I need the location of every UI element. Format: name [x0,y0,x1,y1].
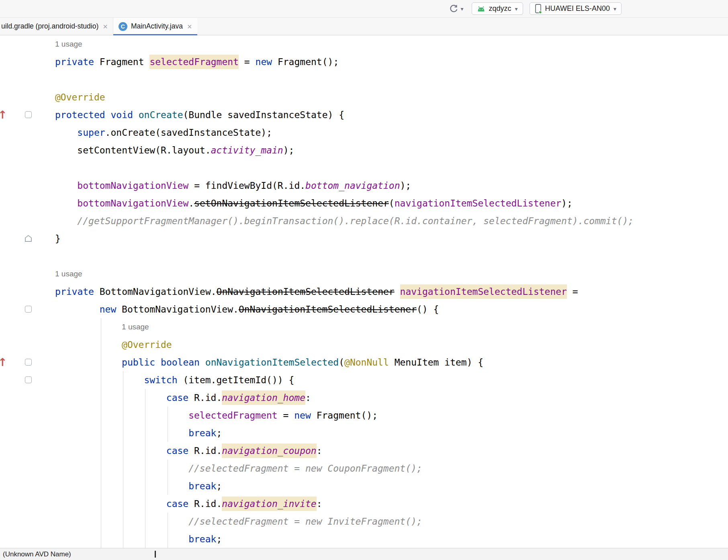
code-token: @NonNull [344,357,389,368]
code-token: selectedFragment [188,410,278,421]
code-token: break [188,428,216,438]
code-token: (Bundle savedInstanceState) { [183,110,345,120]
usage-hint[interactable]: 1 usage [55,35,82,53]
code-line[interactable]: selectedFragment = new Fragment(); [0,407,728,424]
code-line[interactable]: @Override [0,88,728,106]
code-line[interactable] [0,71,728,88]
code-token: ; [216,534,222,544]
code-token: bottom_navigation [305,180,400,191]
tab-build-gradle[interactable]: uild.gradle (proj.android-studio) × [0,18,113,35]
close-icon[interactable]: × [103,22,108,31]
gutter-cell [0,159,55,177]
code-token: BottomNavigationView. [116,304,239,315]
sync-icon [449,4,458,14]
code-line[interactable]: setContentView(R.layout.activity_main); [0,141,728,159]
fold-region-start-icon[interactable] [25,376,32,383]
code-line[interactable]: break; [0,424,728,442]
code-line[interactable]: bottomNavigationView.setOnNavigationItem… [0,194,728,212]
code-line[interactable]: ↑protected void onCreate(Bundle savedIns… [0,106,728,124]
usage-hint-line[interactable]: 1 usage [0,318,728,336]
code-token: onNavigationItemSelected [205,357,339,368]
sync-action-button[interactable]: ▾ [447,3,465,15]
code-line[interactable]: ↑public boolean onNavigationItemSelected… [0,354,728,371]
usage-hint[interactable]: 1 usage [55,318,149,336]
code-token: R.id. [188,446,222,456]
tab-mainactivity-java[interactable]: C MainActivity.java × [113,18,197,35]
code-line[interactable] [0,159,728,177]
gutter-cell [0,247,55,265]
bottom-bar-label[interactable]: (Unknown AVD Name) [3,550,71,558]
code-token: = [239,57,256,67]
code-line[interactable]: private BottomNavigationView.OnNavigatio… [0,283,728,300]
device-selector[interactable]: HUAWEI ELS-AN00 ▾ [530,2,622,15]
code-lines: 1 usageprivate Fragment selectedFragment… [0,35,728,548]
gutter-cell: ↑ [0,354,55,371]
code-editor[interactable]: 1 usageprivate Fragment selectedFragment… [0,35,728,548]
usage-hint[interactable]: 1 usage [55,265,82,283]
code-line[interactable]: @Override [0,336,728,354]
run-config-selector[interactable]: zqdyzc ▾ [472,2,523,15]
code-line[interactable]: case R.id.navigation_home: [0,389,728,407]
code-token: case [166,392,188,403]
code-line[interactable]: new BottomNavigationView.OnNavigationIte… [0,300,728,318]
code-line[interactable]: break; [0,477,728,495]
fold-region-start-icon[interactable] [25,111,32,118]
gutter-cell [0,283,55,300]
code-line[interactable]: } [0,230,728,247]
java-class-icon: C [119,22,127,31]
code-text: switch (item.getItemId()) { [55,371,294,389]
fold-region-start-icon[interactable] [25,359,32,366]
code-token: ( [389,198,395,208]
usage-hint-line[interactable]: 1 usage [0,265,728,283]
gutter-cell [0,141,55,159]
code-token: //getSupportFragmentManager().beginTrans… [77,216,634,226]
code-line[interactable]: super.onCreate(savedInstanceState); [0,124,728,141]
code-line[interactable]: bottomNavigationView = findViewById(R.id… [0,177,728,194]
code-token: //selectedFragment = new InviteFragment(… [188,516,422,527]
code-token: navigation_invite [222,497,316,511]
fold-region-end-icon[interactable] [25,235,32,242]
tab-label: MainActivity.java [131,22,183,31]
code-text: //getSupportFragmentManager().beginTrans… [55,212,634,230]
code-line[interactable]: //selectedFragment = new InviteFragment(… [0,513,728,530]
gutter-cell [0,300,55,318]
code-text: break; [55,424,222,442]
code-line[interactable]: case R.id.navigation_invite: [0,495,728,513]
gutter-cell [0,407,55,424]
gutter-cell [0,513,55,530]
code-line[interactable] [0,247,728,265]
editor-tab-bar: uild.gradle (proj.android-studio) × C Ma… [0,18,728,35]
code-token: private [55,57,94,67]
code-token: = findViewById(R.id. [188,180,305,191]
code-line[interactable]: //selectedFragment = new CouponFragment(… [0,460,728,477]
code-token: ; [216,481,222,491]
code-line[interactable]: switch (item.getItemId()) { [0,371,728,389]
fold-region-start-icon[interactable] [25,306,32,313]
usage-hint-line[interactable]: 1 usage [0,35,728,53]
code-token [395,286,400,297]
code-line[interactable]: private Fragment selectedFragment = new … [0,53,728,71]
run-config-label: zqdyzc [489,4,511,13]
code-token: navigationItemSelectedListener [395,198,561,208]
code-text: @Override [55,336,172,354]
code-token: //selectedFragment = new CouponFragment(… [188,463,422,474]
overrides-method-icon[interactable]: ↑ [0,106,7,124]
code-token: OnNavigationItemSelectedListener [239,304,417,315]
code-token [155,357,161,368]
code-token: super [77,127,105,138]
code-token: } [55,233,61,244]
gutter-cell [0,53,55,71]
gutter-cell [0,477,55,495]
code-line[interactable]: //getSupportFragmentManager().beginTrans… [0,212,728,230]
code-token: : [305,392,311,403]
close-icon[interactable]: × [187,22,192,31]
code-line[interactable]: break; [0,530,728,548]
code-text: case R.id.navigation_invite: [55,495,322,513]
indent-guide [145,389,145,548]
code-token: ); [283,145,294,155]
device-label: HUAWEI ELS-AN00 [545,4,610,13]
code-text: super.onCreate(savedInstanceState); [55,124,272,141]
overrides-method-icon[interactable]: ↑ [0,354,7,371]
code-line[interactable]: case R.id.navigation_coupon: [0,442,728,460]
code-text: private BottomNavigationView.OnNavigatio… [55,283,578,300]
